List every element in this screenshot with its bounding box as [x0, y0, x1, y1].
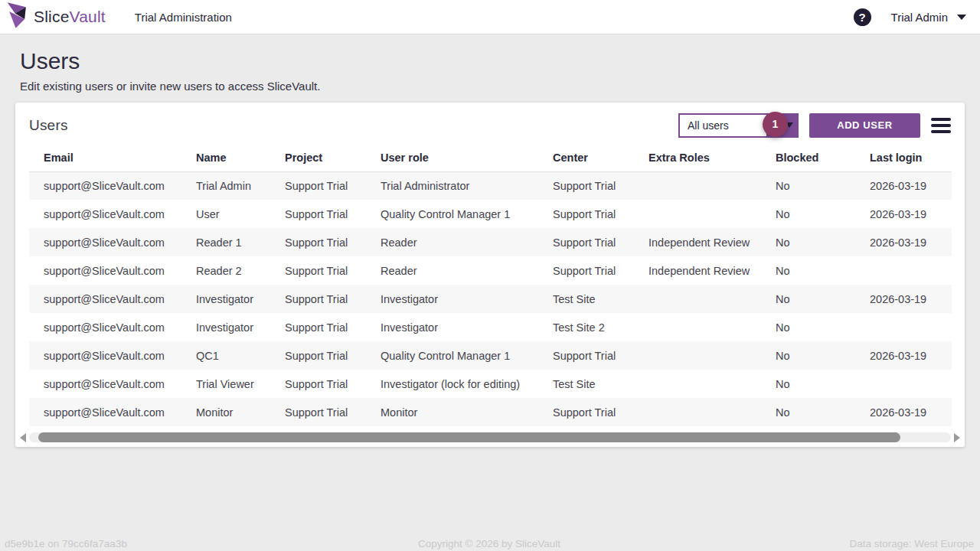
table-cell: Monitor: [181, 398, 270, 426]
chevron-down-icon: [957, 15, 966, 20]
logo-text-vault: Vault: [70, 8, 106, 25]
col-header-name: Name: [181, 147, 270, 172]
table-cell: [634, 313, 761, 341]
user-menu[interactable]: Trial Admin: [891, 11, 966, 24]
table-cell: No: [761, 313, 855, 341]
table-cell: Support Trial: [538, 171, 634, 200]
table-cell: Independent Review: [634, 228, 761, 256]
table-cell: Investigator: [181, 285, 270, 313]
table-cell: No: [761, 200, 855, 228]
horizontal-scrollbar[interactable]: [15, 426, 965, 447]
section-title: Trial Administration: [135, 11, 232, 24]
menu-icon[interactable]: [931, 116, 951, 135]
table-cell: 2026-03-19: [855, 171, 952, 200]
table-cell: support@SliceVault.com: [29, 341, 181, 370]
logo-text: SliceVault: [34, 8, 106, 26]
table-cell: [634, 285, 761, 313]
table-row[interactable]: support@SliceVault.comTrial AdminSupport…: [29, 171, 952, 200]
user-menu-label: Trial Admin: [891, 11, 948, 24]
table-cell: Reader: [366, 256, 538, 285]
slicevault-logo[interactable]: SliceVault: [6, 2, 106, 31]
table-cell: Support Trial: [270, 398, 366, 426]
table-cell: Investigator: [181, 313, 270, 341]
table-cell: support@SliceVault.com: [29, 370, 181, 398]
col-header-blocked: Blocked: [761, 147, 855, 172]
table-cell: 2026-03-19: [855, 200, 952, 228]
user-filter-value: All users: [680, 119, 729, 132]
table-row[interactable]: support@SliceVault.comQC1Support TrialQu…: [29, 341, 952, 370]
table-cell: [634, 171, 761, 200]
table-cell: Support Trial: [538, 341, 634, 370]
table-cell: Independent Review: [634, 256, 761, 285]
table-cell: Support Trial: [270, 313, 366, 341]
footer-build-info: d5e9b1e on 79cc6fa7aa3b: [5, 538, 127, 549]
table-cell: [855, 256, 952, 285]
filter-badge: 1: [763, 112, 788, 137]
table-cell: Reader: [366, 228, 538, 256]
table-cell: Support Trial: [538, 256, 634, 285]
table-cell: [634, 398, 761, 426]
table-cell: support@SliceVault.com: [29, 313, 181, 341]
scroll-right-icon[interactable]: [954, 433, 960, 442]
table-row[interactable]: support@SliceVault.comReader 2Support Tr…: [29, 256, 952, 285]
table-cell: Support Trial: [270, 370, 366, 398]
table-cell: Quality Control Manager 1: [366, 200, 538, 228]
table-cell: Support Trial: [270, 171, 366, 200]
table-row[interactable]: support@SliceVault.comUserSupport TrialQ…: [29, 200, 952, 228]
scrollbar-track[interactable]: [29, 432, 951, 442]
page-title: Users: [20, 48, 960, 75]
scroll-left-icon[interactable]: [20, 433, 26, 442]
users-table: Email Name Project User role Center Extr…: [29, 147, 952, 427]
table-cell: Trial Admin: [181, 171, 270, 200]
table-cell: No: [761, 256, 855, 285]
table-cell: Reader 1: [181, 228, 270, 256]
page-subtitle: Edit existing users or invite new users …: [20, 80, 960, 93]
table-cell: Test Site 2: [538, 313, 634, 341]
users-card: Users All users 1 ADD USER Email: [15, 103, 965, 448]
table-cell: No: [761, 228, 855, 256]
table-cell: Support Trial: [538, 228, 634, 256]
table-row[interactable]: support@SliceVault.comInvestigatorSuppor…: [29, 313, 952, 341]
table-cell: Trial Administrator: [366, 171, 538, 200]
table-cell: No: [761, 370, 855, 398]
user-filter-select[interactable]: All users 1: [678, 113, 799, 138]
table-cell: No: [761, 341, 855, 370]
footer-data-storage: Data storage: West Europe: [849, 538, 974, 549]
table-cell: Investigator: [366, 313, 538, 341]
table-cell: 2026-03-19: [855, 285, 952, 313]
table-cell: [855, 370, 952, 398]
table-cell: Support Trial: [270, 200, 366, 228]
slicevault-logo-icon: [6, 2, 29, 31]
table-cell: 2026-03-19: [855, 398, 952, 426]
table-cell: QC1: [181, 341, 270, 370]
scrollbar-thumb[interactable]: [38, 432, 900, 442]
table-cell: No: [761, 171, 855, 200]
table-cell: support@SliceVault.com: [29, 398, 181, 426]
table-cell: [855, 313, 952, 341]
col-header-center: Center: [538, 147, 634, 172]
table-cell: No: [761, 398, 855, 426]
table-cell: Test Site: [538, 370, 634, 398]
table-row[interactable]: support@SliceVault.comMonitorSupport Tri…: [29, 398, 952, 426]
table-header-row: Email Name Project User role Center Extr…: [29, 147, 952, 172]
table-row[interactable]: support@SliceVault.comReader 1Support Tr…: [29, 228, 952, 256]
table-cell: Quality Control Manager 1: [366, 341, 538, 370]
table-cell: [634, 341, 761, 370]
table-row[interactable]: support@SliceVault.comInvestigatorSuppor…: [29, 285, 952, 313]
top-bar: SliceVault Trial Administration ? Trial …: [0, 0, 980, 34]
table-cell: [634, 370, 761, 398]
table-cell: Support Trial: [270, 228, 366, 256]
table-cell: support@SliceVault.com: [29, 171, 181, 200]
help-icon[interactable]: ?: [854, 8, 871, 26]
table-cell: Trial Viewer: [181, 370, 270, 398]
col-header-extra-roles: Extra Roles: [634, 147, 761, 172]
table-cell: Monitor: [366, 398, 538, 426]
add-user-button[interactable]: ADD USER: [809, 113, 920, 138]
page-footer: d5e9b1e on 79cc6fa7aa3b Copyright © 2026…: [0, 538, 980, 551]
page-head: Users Edit existing users or invite new …: [0, 34, 980, 93]
table-cell: [634, 200, 761, 228]
table-row[interactable]: support@SliceVault.comTrial ViewerSuppor…: [29, 370, 952, 398]
table-cell: Test Site: [538, 285, 634, 313]
table-cell: Support Trial: [270, 256, 366, 285]
logo-text-slice: Slice: [34, 8, 70, 25]
